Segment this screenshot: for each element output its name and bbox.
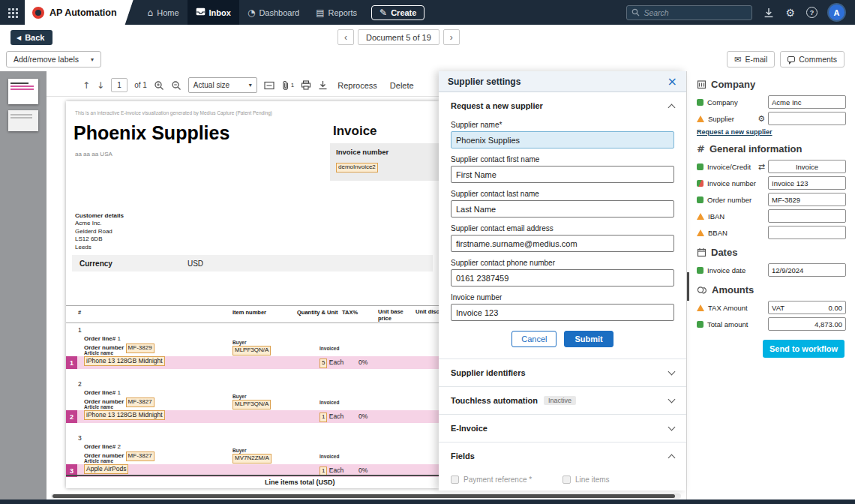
invoice-date-input[interactable] (768, 263, 846, 277)
close-icon[interactable]: × (668, 76, 677, 88)
supplier-name-input[interactable] (451, 131, 674, 148)
company-input[interactable] (768, 95, 846, 109)
fit-width-icon[interactable] (264, 81, 274, 90)
nav-inbox-label: Inbox (209, 8, 231, 17)
details-scrollbar-thumb[interactable] (687, 272, 689, 301)
nav-reports[interactable]: ▤ Reports (308, 0, 365, 25)
quantity-highlight[interactable]: 1 (320, 412, 327, 422)
quantity-highlight[interactable]: 5 (320, 358, 327, 368)
currency-value: USD (188, 260, 203, 268)
nav-dashboard[interactable]: ◔ Dashboard (239, 0, 308, 25)
send-to-workflow-button[interactable]: Send to workflow (763, 340, 844, 358)
tax-amount-input[interactable]: VAT 0.00 (768, 301, 846, 314)
order-line-value: 1 (117, 389, 120, 396)
invoice-number-field-input[interactable] (451, 304, 674, 321)
invoice-document-page: This is an interactive E-invoice visuali… (66, 101, 439, 488)
horizontal-scrollbar-thumb[interactable] (52, 494, 675, 498)
app-grid-icon[interactable] (8, 8, 18, 18)
swap-icon[interactable]: ⇄ (758, 163, 765, 171)
chevron-down-icon: ▾ (91, 56, 94, 63)
back-button[interactable]: ◀ Back (10, 30, 52, 45)
request-supplier-form: Supplier name* Supplier contact first na… (439, 119, 686, 347)
invoiced-label: Invoiced (320, 400, 339, 405)
request-new-supplier-section[interactable]: Request a new supplier (439, 92, 686, 119)
chevron-down-icon (668, 423, 676, 430)
article-name-label: Article name (84, 404, 165, 410)
prev-document-button[interactable]: ‹ (338, 29, 354, 45)
page-number-input[interactable] (111, 78, 128, 92)
buyer-highlight[interactable]: MLPF3QN/A (232, 400, 271, 410)
create-button[interactable]: ✎ Create (371, 5, 424, 20)
supplier-settings-gear-icon[interactable]: ⚙ (758, 115, 765, 123)
iban-input[interactable] (768, 209, 846, 223)
download-icon[interactable] (764, 8, 774, 18)
comments-button[interactable]: Comments (780, 51, 844, 68)
supplier-identifiers-title: Supplier identifiers (451, 368, 526, 377)
app-logo[interactable]: AP Automation (25, 0, 134, 25)
download-document-icon[interactable] (318, 80, 328, 90)
line-items-checkbox[interactable] (562, 476, 571, 484)
user-avatar[interactable]: A (829, 4, 844, 20)
search-input[interactable] (644, 8, 747, 17)
payment-reference-checkbox[interactable] (451, 476, 459, 484)
invoice-credit-value[interactable]: Invoice (768, 160, 846, 173)
zoom-out-icon[interactable] (171, 80, 182, 91)
email-button[interactable]: ✉ E-mail (727, 51, 775, 68)
zoom-level-select[interactable]: Actual size ▾ (188, 77, 257, 93)
nav-inbox[interactable]: Inbox (188, 0, 239, 25)
contact-first-name-input[interactable] (451, 166, 674, 183)
invoice-number-highlight[interactable]: demoInvoice2 (336, 163, 378, 172)
article-row-highlight: 1 Article nameiPhone 13 128GB Midnight 5… (66, 356, 439, 369)
page-thumbnail-2[interactable] (8, 110, 38, 131)
supplier-identifiers-section[interactable]: Supplier identifiers (439, 358, 686, 386)
delete-button[interactable]: Delete (387, 80, 417, 92)
thumbnail-content-line (10, 86, 34, 87)
e-invoice-section[interactable]: E-Invoice (439, 414, 686, 442)
order-number-input[interactable] (768, 193, 846, 206)
fields-section[interactable]: Fields (439, 442, 686, 470)
page-down-icon[interactable]: ↓ (97, 81, 104, 90)
help-icon[interactable]: ? (806, 7, 818, 18)
buyer-highlight[interactable]: MV7N2ZM/A (232, 454, 272, 464)
page-up-icon[interactable]: ↑ (82, 81, 90, 90)
reprocess-button[interactable]: Reprocess (334, 80, 380, 92)
line-items-header: # Item number Quantity & Unit TAX% Unit … (66, 305, 439, 323)
nav-home-label: Home (157, 8, 178, 17)
bban-input[interactable] (768, 226, 846, 239)
next-document-button[interactable]: › (443, 29, 460, 45)
article-name-highlight[interactable]: iPhone 13 128GB Midnight (84, 410, 165, 420)
settings-gear-icon[interactable]: ⚙ (785, 8, 795, 18)
article-name-highlight[interactable]: iPhone 13 128GB Midnight (84, 356, 165, 366)
touchless-automation-section[interactable]: Touchless automation Inactive (439, 386, 686, 414)
contact-last-name-input[interactable] (451, 200, 674, 218)
print-icon[interactable] (301, 80, 311, 90)
submit-button[interactable]: Submit (564, 331, 613, 347)
status-ok-icon (697, 99, 704, 106)
tax-amount-row: TAX Amount VAT 0.00 (697, 301, 846, 314)
buyer-highlight[interactable]: MLPF3QN/A (232, 346, 271, 356)
chevron-down-icon (668, 395, 676, 403)
invoice-number-input[interactable] (768, 176, 846, 190)
tax-amount-label: TAX Amount (708, 304, 768, 312)
attachment-paperclip-icon[interactable]: 1 (281, 80, 294, 91)
contact-email-input[interactable] (451, 235, 674, 252)
invoice-credit-row: Invoice/Credit ⇄ Invoice (697, 160, 846, 173)
request-new-supplier-link[interactable]: Request a new supplier (697, 128, 846, 136)
tax-code: VAT (772, 304, 784, 312)
column-tax: TAX% (342, 309, 358, 316)
horizontal-scrollbar[interactable] (51, 494, 681, 499)
add-remove-labels-dropdown[interactable]: Add/remove labels ▾ (6, 51, 101, 68)
column-hash: # (78, 309, 81, 316)
article-name-highlight[interactable]: Apple AirPods (84, 464, 128, 474)
page-thumbnail-1[interactable] (8, 79, 38, 104)
total-amount-input[interactable]: 4,873.00 (768, 317, 846, 331)
column-item-number: Item number (232, 309, 266, 316)
contact-phone-input[interactable] (451, 269, 674, 286)
order-number-highlight[interactable]: MF-3827 (126, 452, 154, 461)
search-box[interactable] (626, 5, 752, 20)
invoice-date-row: Invoice date (697, 263, 846, 277)
supplier-input[interactable] (768, 112, 846, 125)
zoom-in-icon[interactable] (154, 80, 164, 91)
nav-home[interactable]: ⌂ Home (140, 0, 188, 25)
cancel-button[interactable]: Cancel (512, 331, 556, 347)
